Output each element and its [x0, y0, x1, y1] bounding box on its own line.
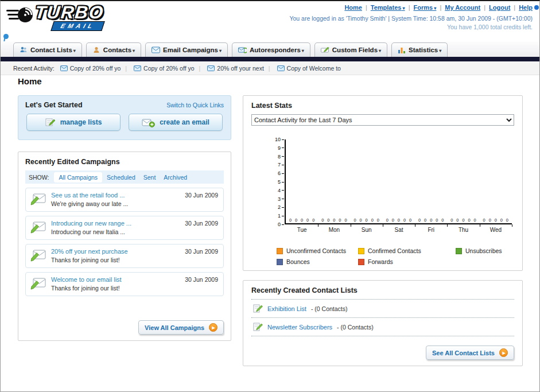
chart-category-group: 00000Fri: [415, 139, 447, 223]
header-meta: Home Templates Forms My Account Logout H…: [289, 4, 533, 30]
campaign-edit-icon: [30, 247, 46, 262]
y-tick: 4: [278, 188, 284, 193]
credits-info: You have 1,000 total credits left.: [289, 24, 533, 30]
chart-category-group: 00000Mon: [318, 139, 350, 223]
logo-subtitle: EMAIL: [50, 21, 105, 31]
stats-range-select[interactable]: Contact Activity for the Last 7 Days: [251, 114, 514, 126]
link-help[interactable]: Help: [519, 4, 533, 11]
filter-sent[interactable]: Sent: [143, 174, 156, 181]
app-window: TURBO EMAIL Home Templates Forms My Acco…: [0, 0, 540, 392]
chart-legend: Unconfirmed ContactsConfirmed ContactsUn…: [277, 247, 514, 265]
chart-y-axis: 109876543210: [251, 139, 284, 224]
contact-list-link[interactable]: Newsletter Subscribers: [267, 324, 332, 331]
link-logout[interactable]: Logout: [489, 4, 510, 11]
recent-activity-item[interactable]: Copy of 20% off yo: [121, 65, 194, 72]
recent-activity-item[interactable]: Copy of 20% off yo: [60, 65, 121, 72]
get-started-title: Let's Get Started: [25, 101, 83, 109]
campaign-row: Welcome to our email list Thanks for joi…: [25, 272, 224, 296]
list-edit-icon: [252, 303, 263, 314]
pencil-list-icon: [45, 118, 56, 127]
logo-swoosh-icon: [6, 3, 34, 28]
recent-activity-item[interactable]: 20% off your next: [195, 65, 264, 72]
legend-item: Bounces: [277, 258, 351, 265]
campaign-title-link[interactable]: 20% off your next purchase: [51, 248, 128, 255]
campaigns-filter-bar: SHOW: All Campaigns Scheduled Sent Archi…: [25, 170, 224, 184]
campaign-edit-icon: [30, 219, 46, 234]
campaign-date: 30 Jun 2009: [185, 192, 218, 199]
filter-archived[interactable]: Archived: [164, 174, 187, 181]
activity-item-text: Copy of 20% off yo: [70, 65, 121, 72]
arrow-icon: [499, 348, 508, 357]
recent-activity-bar: Recent Activity: Copy of 20% off yo Copy…: [1, 61, 539, 75]
recent-campaigns-panel: Recently Edited Campaigns SHOW: All Camp…: [18, 152, 231, 341]
tab-label: Email Campaigns: [163, 46, 222, 53]
tab-autoresponders[interactable]: Autoresponders: [232, 42, 310, 57]
filter-scheduled[interactable]: Scheduled: [107, 174, 135, 181]
stats-panel-title: Latest Stats: [251, 102, 514, 110]
recent-activity-item[interactable]: Copy of Welcome to: [264, 65, 341, 72]
tab-email-campaigns[interactable]: Email Campaigns: [145, 42, 228, 57]
link-home[interactable]: Home: [344, 4, 362, 11]
y-tick: 9: [278, 145, 284, 151]
campaigns-panel-title: Recently Edited Campaigns: [25, 158, 224, 166]
campaign-date: 30 Jun 2009: [185, 220, 218, 227]
activity-item-text: 20% off your next: [217, 65, 264, 72]
tab-label: Contacts: [103, 46, 135, 53]
contact-list-detail: - (0 Contacts): [311, 305, 348, 312]
link-my-account[interactable]: My Account: [445, 4, 480, 11]
email-campaigns-icon: [151, 46, 160, 53]
latest-stats-panel: Latest Stats Contact Activity for the La…: [243, 95, 523, 271]
contact-list-link[interactable]: Exhibition List: [267, 305, 306, 312]
tab-statistics[interactable]: Statistics: [391, 42, 448, 57]
activity-item-text: Copy of Welcome to: [287, 65, 341, 72]
get-started-panel: Let's Get Started Switch to Quick Links …: [18, 95, 231, 140]
tab-contact-lists[interactable]: Contact Lists: [13, 42, 82, 57]
manage-lists-label: manage lists: [60, 118, 102, 126]
activity-item-text: Copy of 20% off yo: [143, 65, 195, 72]
campaign-date: 30 Jun 2009: [185, 276, 218, 283]
filter-all-campaigns[interactable]: All Campaigns: [54, 172, 102, 183]
campaign-title-link[interactable]: Introducing our new range ...: [51, 220, 131, 227]
campaign-edit-icon: [30, 191, 46, 206]
tab-label: Autoresponders: [250, 46, 304, 53]
switch-quick-links[interactable]: Switch to Quick Links: [166, 102, 224, 108]
contact-lists-icon: [20, 46, 28, 54]
envelope-icon: [207, 65, 215, 71]
view-all-campaigns-button[interactable]: View All Campaigns: [138, 320, 224, 335]
create-email-button[interactable]: create an email: [129, 114, 223, 131]
create-email-label: create an email: [160, 118, 209, 126]
page-title: Home: [18, 76, 42, 86]
y-tick: 8: [278, 154, 284, 160]
campaign-subtitle: Thanks for joining our list!: [51, 285, 122, 292]
see-all-contact-lists-button[interactable]: See All Contact Lists: [426, 346, 514, 360]
show-label: SHOW:: [29, 174, 49, 181]
campaign-title-link[interactable]: See us at the retail food ...: [51, 192, 128, 199]
campaign-row: See us at the retail food ... We're givi…: [25, 188, 224, 212]
view-all-campaigns-label: View All Campaigns: [145, 324, 204, 331]
contact-list-detail: - (0 Contacts): [337, 324, 374, 331]
y-tick: 3: [278, 196, 284, 202]
campaign-date: 30 Jun 2009: [185, 248, 218, 255]
y-tick: 0: [278, 222, 284, 227]
tab-custom-fields[interactable]: Custom Fields: [314, 42, 387, 57]
contact-lists-panel-title: Recently Created Contact Lists: [251, 286, 514, 294]
envelope-plus-icon: [142, 118, 155, 127]
chart-category-group: 00000Sat: [383, 139, 415, 223]
y-tick: 2: [278, 204, 284, 210]
link-forms[interactable]: Forms: [414, 4, 437, 11]
tab-label: Contact Lists: [30, 46, 76, 53]
manage-lists-button[interactable]: manage lists: [26, 114, 121, 131]
tab-label: Custom Fields: [332, 46, 381, 53]
y-tick: 5: [278, 179, 284, 185]
turbo-email-logo[interactable]: TURBO EMAIL: [6, 3, 104, 31]
chart-category-group: 00000Thu: [447, 139, 479, 223]
main-navigation: Contact Lists Contacts Email Campaigns A…: [1, 41, 539, 57]
campaign-title-link[interactable]: Welcome to our email list: [51, 276, 122, 283]
link-templates[interactable]: Templates: [371, 4, 405, 11]
tab-contacts[interactable]: Contacts: [86, 42, 141, 57]
contact-activity-chart: 109876543210 00000Tue00000Mon00000Sun000…: [251, 139, 514, 238]
see-all-contact-lists-label: See All Contact Lists: [432, 350, 495, 356]
chart-category-group: 00000Tue: [286, 139, 318, 223]
nav-divider-bar: [1, 57, 539, 61]
y-tick: 10: [275, 137, 284, 142]
